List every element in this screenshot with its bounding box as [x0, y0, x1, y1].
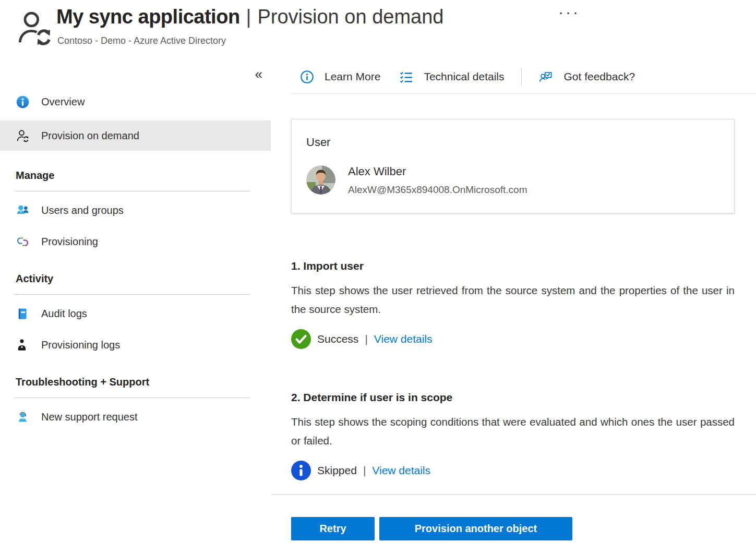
provision-another-object-button[interactable]: Provision another object [379, 517, 572, 540]
feedback-person-icon [539, 70, 553, 84]
sidebar-item-label: New support request [41, 411, 138, 423]
status-separator: | [365, 333, 367, 345]
sidebar-item-users-and-groups[interactable]: Users and groups [0, 198, 271, 223]
user-avatar [306, 165, 335, 195]
provisioning-icon [16, 235, 30, 249]
sidebar-item-label: Provision on demand [41, 130, 139, 142]
breadcrumb: Contoso - Demo - Azure Active Directory [57, 35, 226, 46]
app-name: My sync application [56, 6, 240, 28]
info-outline-icon [300, 70, 314, 84]
section-title: Activity [0, 254, 271, 294]
success-check-icon [291, 329, 311, 349]
got-feedback-label: Got feedback? [563, 70, 635, 83]
sidebar-section-troubleshooting: Troubleshooting + Support New support re… [0, 357, 271, 429]
sidebar-item-label: Overview [41, 96, 85, 108]
sidebar-item-provisioning-logs[interactable]: Provisioning logs [0, 332, 271, 357]
learn-more-button[interactable]: Learn More [300, 70, 380, 84]
more-options-icon[interactable]: ··· [558, 4, 580, 20]
user-email: AlexW@M365x894008.OnMicrosoft.com [348, 184, 527, 196]
step-determine-scope: 2. Determine if user is in scope This st… [291, 391, 735, 480]
sidebar-item-audit-logs[interactable]: Audit logs [0, 301, 271, 326]
step-heading: 1. Import user [291, 259, 735, 273]
got-feedback-button[interactable]: Got feedback? [539, 70, 635, 84]
sidebar-item-label: Users and groups [41, 204, 124, 216]
sidebar-item-provision-on-demand[interactable]: Provision on demand [0, 121, 271, 151]
sidebar-section-activity: Activity Audit logs [0, 254, 271, 357]
support-person-icon [16, 410, 30, 424]
command-bar: Learn More Technical details [271, 60, 756, 93]
info-filled-icon [291, 461, 311, 480]
user-row: Alex Wilber AlexW@M365x894008.OnMicrosof… [306, 164, 719, 196]
sidebar-item-label: Provisioning logs [41, 339, 120, 351]
status-label: Success [317, 333, 358, 345]
user-identity: Alex Wilber AlexW@M365x894008.OnMicrosof… [348, 164, 527, 196]
page-header: My sync application|Provision on demand … [0, 0, 756, 60]
sidebar-item-provisioning[interactable]: Provisioning [0, 229, 271, 254]
technical-details-button[interactable]: Technical details [399, 70, 504, 84]
info-icon [16, 95, 30, 109]
user-name: Alex Wilber [348, 164, 527, 179]
sidebar-item-new-support-request[interactable]: New support request [0, 404, 271, 429]
title-separator: | [240, 6, 258, 28]
sidebar-nav: Overview Provision on demand [0, 60, 271, 429]
step-status-row: Success | View details [291, 329, 735, 349]
view-details-link[interactable]: View details [374, 333, 433, 345]
person-sync-icon [16, 129, 30, 143]
step-description: This step shows the scoping conditions t… [291, 413, 735, 450]
checklist-icon [399, 70, 413, 84]
section-title: Troubleshooting + Support [0, 357, 271, 398]
status-separator: | [363, 464, 366, 477]
users-groups-icon [16, 203, 30, 218]
view-details-link[interactable]: View details [372, 464, 430, 477]
audit-logs-icon [16, 307, 30, 321]
step-status-row: Skipped | View details [291, 461, 735, 480]
sidebar-item-overview[interactable]: Overview [0, 89, 271, 114]
provisioning-logs-icon [16, 338, 30, 352]
person-sync-icon [15, 8, 54, 50]
footer-divider [271, 494, 756, 495]
section-divider [15, 398, 250, 398]
main-content: Learn More Technical details [271, 60, 756, 554]
learn-more-label: Learn More [325, 70, 380, 83]
page-title: My sync application|Provision on demand [56, 2, 443, 31]
toolbar-separator [521, 68, 522, 86]
sidebar: « Overview [0, 60, 271, 554]
sidebar-item-label: Provisioning [41, 236, 98, 248]
user-card-title: User [306, 135, 719, 150]
section-divider [15, 191, 250, 191]
step-description: This step shows the user retrieved from … [291, 281, 735, 319]
toolbar-divider [291, 93, 756, 94]
sidebar-item-label: Audit logs [41, 308, 87, 320]
footer-buttons: Retry Provision another object [291, 517, 756, 540]
status-label: Skipped [317, 464, 357, 477]
provision-on-demand-page: My sync application|Provision on demand … [0, 0, 756, 554]
sidebar-section-manage: Manage Users and groups [0, 151, 271, 254]
section-title: Manage [0, 151, 271, 191]
retry-button[interactable]: Retry [291, 517, 375, 540]
technical-details-label: Technical details [424, 70, 504, 83]
section-divider [15, 294, 250, 295]
blade-name: Provision on demand [257, 6, 443, 28]
collapse-sidebar-icon[interactable]: « [255, 66, 262, 82]
step-heading: 2. Determine if user is in scope [291, 391, 735, 404]
step-import-user: 1. Import user This step shows the user … [291, 259, 735, 349]
user-card: User [291, 119, 735, 213]
